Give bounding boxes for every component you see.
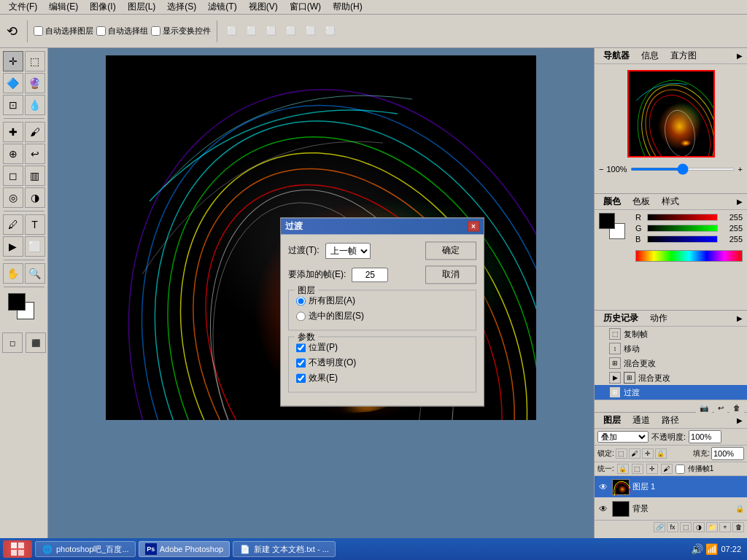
history-brush-tool[interactable]: ↩ <box>25 144 45 164</box>
color-tab-swatches[interactable]: 色板 <box>628 194 654 209</box>
layer-visibility-1[interactable]: 👁 <box>597 503 609 515</box>
transition-select[interactable]: 上一帧 <box>325 243 371 259</box>
menu-file[interactable]: 文件(F) <box>3 0 43 15</box>
fullscreen-btn[interactable]: ⬛ <box>26 332 46 353</box>
all-layers-radio[interactable] <box>296 296 306 306</box>
broadcast-checkbox[interactable] <box>676 464 685 474</box>
nav-tab-histogram[interactable]: 直方图 <box>666 48 701 63</box>
foreground-color-swatch[interactable] <box>8 293 26 311</box>
nav-zoom-slider[interactable] <box>630 168 735 171</box>
color-tab-styles[interactable]: 样式 <box>657 194 684 209</box>
layers-action-new[interactable]: + <box>719 522 731 532</box>
cancel-btn[interactable]: 取消 <box>425 265 476 284</box>
menu-window[interactable]: 窗口(W) <box>284 0 327 15</box>
lock-all-btn[interactable]: 🔒 <box>655 448 667 459</box>
layers-action-mask[interactable]: ⬚ <box>680 522 692 532</box>
color-spectrum-bar[interactable] <box>635 250 743 262</box>
align-vcenter-btn[interactable]: ⬜ <box>302 24 320 38</box>
history-item-3[interactable]: ▶ ⊞ 混合更改 <box>595 370 747 385</box>
history-item-2[interactable]: ⊞ 混合更改 <box>595 356 747 370</box>
start-button[interactable] <box>3 540 32 558</box>
transition-dialog[interactable]: 过渡 × 过渡(T): 上一帧 确定 要添加的帧(E): 取消 <box>280 217 484 406</box>
auto-select-layer-checkbox[interactable]: 自动选择图层 <box>34 26 93 36</box>
taskbar-btn-browser[interactable]: 🌐 photoshop吧_百度... <box>35 541 136 557</box>
text-tool[interactable]: T <box>25 214 45 235</box>
nav-panel-close[interactable]: ▶ <box>737 52 743 60</box>
quick-select-tool[interactable]: 🔮 <box>25 73 45 93</box>
pen-tool[interactable]: 🖊 <box>3 214 23 235</box>
marquee-tool[interactable]: ⬚ <box>25 51 45 71</box>
align-left-btn[interactable]: ⬜ <box>223 24 241 38</box>
menu-help[interactable]: 帮助(H) <box>327 0 368 15</box>
blur-tool[interactable]: ◎ <box>3 187 23 208</box>
layers-tab-channels[interactable]: 通道 <box>628 413 654 428</box>
zoom-tool[interactable]: 🔍 <box>25 263 45 284</box>
history-item-0[interactable]: ⬚ 复制帧 <box>595 327 747 341</box>
history-item-1[interactable]: ↕ 移动 <box>595 341 747 356</box>
color-panel-close[interactable]: ▶ <box>737 198 743 206</box>
show-transform-checkbox[interactable]: 显示变换控件 <box>151 26 211 36</box>
color-tab-color[interactable]: 颜色 <box>599 194 625 209</box>
layers-tab-paths[interactable]: 路径 <box>657 413 684 428</box>
ok-btn[interactable]: 确定 <box>425 241 476 260</box>
align-top-btn[interactable]: ⬜ <box>282 24 300 38</box>
opacity-input-layers[interactable] <box>689 430 721 443</box>
layers-action-adjust[interactable]: ◑ <box>693 522 705 532</box>
path-select-tool[interactable]: ▶ <box>3 236 23 257</box>
frames-input[interactable] <box>352 268 388 282</box>
nav-zoom-in-icon[interactable]: + <box>738 165 743 174</box>
layers-tab-layers[interactable]: 图层 <box>599 413 625 428</box>
layers-action-delete[interactable]: 🗑 <box>732 522 744 532</box>
gradient-tool[interactable]: ▥ <box>25 166 45 186</box>
clone-tool[interactable]: ⊕ <box>3 144 23 164</box>
dodge-tool[interactable]: ◑ <box>25 187 45 208</box>
selected-layers-radio[interactable] <box>296 311 306 321</box>
align-center-btn[interactable]: ⬜ <box>243 24 260 38</box>
dialog-close-btn[interactable]: × <box>468 221 479 231</box>
move-tool[interactable]: ✛ <box>3 51 23 71</box>
history-item-4[interactable]: ⊞ 过渡 <box>595 385 747 400</box>
menu-layer[interactable]: 图层(L) <box>122 0 162 15</box>
lasso-tool[interactable]: 🔷 <box>3 73 23 93</box>
screen-mode-btn[interactable]: ◻ <box>2 332 23 353</box>
unified-btn-2[interactable]: ⬚ <box>632 464 643 474</box>
eyedropper-tool[interactable]: 💧 <box>25 95 45 115</box>
history-tab-history[interactable]: 历史记录 <box>599 311 643 326</box>
auto-select-group-checkbox[interactable]: 自动选择组 <box>96 26 148 36</box>
shape-tool[interactable]: ⬜ <box>25 236 45 257</box>
unified-btn-4[interactable]: 🖌 <box>661 464 673 474</box>
unified-btn-1[interactable]: 🔒 <box>617 464 629 474</box>
position-checkbox[interactable] <box>296 343 306 352</box>
layers-panel-close[interactable]: ▶ <box>737 416 743 424</box>
taskbar-btn-notepad[interactable]: 📄 新建 文本文档.txt - ... <box>233 541 336 557</box>
menu-filter[interactable]: 滤镜(T) <box>202 0 242 15</box>
move-tool-btn[interactable]: ⟲ <box>3 21 21 42</box>
layer-item-1[interactable]: 👁 背景 🔒 <box>595 498 747 520</box>
opacity-checkbox[interactable] <box>296 358 306 368</box>
hand-tool[interactable]: ✋ <box>3 263 23 284</box>
crop-tool[interactable]: ⊡ <box>3 95 23 115</box>
layers-action-link[interactable]: 🔗 <box>654 522 665 532</box>
history-panel-close[interactable]: ▶ <box>737 314 743 322</box>
nav-zoom-out-icon[interactable]: − <box>599 165 603 174</box>
lock-transparent-btn[interactable]: ⬚ <box>616 448 627 459</box>
menu-edit[interactable]: 编辑(E) <box>43 0 84 15</box>
lock-paint-btn[interactable]: 🖌 <box>629 448 640 459</box>
layers-action-fx[interactable]: fx <box>667 522 678 532</box>
brush-tool[interactable]: 🖌 <box>25 122 45 142</box>
menu-image[interactable]: 图像(I) <box>84 0 121 15</box>
lock-move-btn[interactable]: ✛ <box>642 448 654 459</box>
nav-tab-info[interactable]: 信息 <box>637 48 663 63</box>
layer-item-0[interactable]: 👁 图层 1 <box>595 476 747 498</box>
menu-select[interactable]: 选择(S) <box>161 0 202 15</box>
taskbar-btn-photoshop[interactable]: Ps Adobe Photoshop <box>139 541 230 557</box>
effects-checkbox[interactable] <box>296 373 306 383</box>
eraser-tool[interactable]: ◻ <box>3 166 23 186</box>
nav-tab-navigator[interactable]: 导航器 <box>599 48 634 63</box>
align-bottom-btn[interactable]: ⬜ <box>322 24 339 38</box>
menu-view[interactable]: 视图(V) <box>243 0 284 15</box>
unified-btn-3[interactable]: ✛ <box>646 464 658 474</box>
fg-color-display[interactable] <box>599 213 615 229</box>
align-right-btn[interactable]: ⬜ <box>263 24 280 38</box>
fill-input-layers[interactable] <box>711 447 744 460</box>
